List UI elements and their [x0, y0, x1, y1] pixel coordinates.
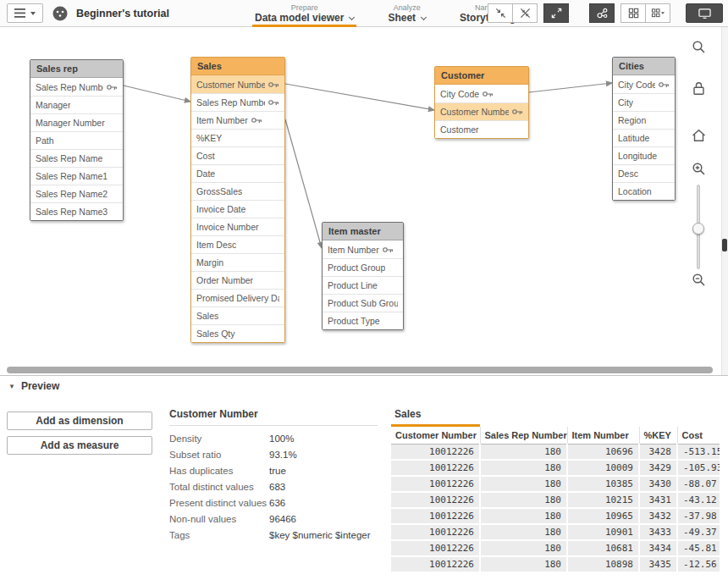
vertical-scrollbar[interactable]: [721, 27, 728, 375]
field-promised-delivery-date[interactable]: Promised Delivery Date: [191, 289, 284, 307]
bubble-layout-button[interactable]: [589, 3, 615, 23]
zoom-out-button[interactable]: [690, 271, 707, 288]
field-region[interactable]: Region: [613, 111, 675, 129]
column-header-customer-number[interactable]: Customer Number: [391, 427, 480, 445]
field-city-code[interactable]: City Code: [435, 85, 528, 102]
toolbar-right: [488, 3, 723, 23]
field-product-group[interactable]: Product Group: [323, 258, 403, 276]
field-customer[interactable]: Customer: [435, 120, 528, 138]
field-customer-number[interactable]: Customer Number: [435, 102, 528, 120]
stat-label: Subset ratio: [169, 447, 269, 463]
field-item-number[interactable]: Item Number: [323, 240, 403, 258]
add-as-dimension-button[interactable]: Add as dimension: [7, 412, 152, 430]
field-latitude[interactable]: Latitude: [613, 129, 675, 146]
layout-menu-button[interactable]: [645, 3, 670, 23]
preview-table-row[interactable]: 10012226180102153431-43.12: [391, 492, 720, 508]
field-city-code[interactable]: City Code: [613, 75, 675, 93]
preview-header[interactable]: ▼ Preview: [0, 376, 728, 396]
preview-table-row[interactable]: 10012226180106963428-513.15: [391, 445, 720, 461]
lock-button[interactable]: [690, 80, 707, 97]
field-label: Product Group: [328, 262, 385, 273]
preview-table-row[interactable]: 10012226180106813434-45.81: [391, 540, 720, 556]
column-header-cost[interactable]: Cost: [677, 427, 720, 445]
preview-table-row[interactable]: 10012226180109653432-37.98: [391, 508, 720, 524]
field-manager-number[interactable]: Manager Number: [30, 113, 123, 131]
field-city[interactable]: City: [613, 93, 675, 111]
zoom-in-button[interactable]: [690, 160, 707, 177]
model-table-cities[interactable]: CitiesCity CodeCityRegionLatitudeLongitu…: [612, 57, 676, 201]
key-icon: [512, 108, 523, 115]
zoom-slider-thumb[interactable]: [692, 223, 704, 235]
model-table-sales-rep[interactable]: Sales repSales Rep NumberManagerManager …: [30, 59, 124, 221]
cell: -105.93: [677, 460, 720, 476]
nav-data-model-viewer[interactable]: PrepareData model viewer: [252, 0, 356, 27]
shrink-view-button[interactable]: [488, 3, 513, 23]
grid-layout-button[interactable]: [620, 3, 646, 23]
field-sales-rep-name1[interactable]: Sales Rep Name1: [30, 167, 123, 185]
model-table-sales[interactable]: SalesCustomer NumberSales Rep NumberItem…: [190, 57, 285, 343]
stat-value: 93.1%: [269, 447, 297, 463]
field-order-number[interactable]: Order Number: [191, 271, 284, 289]
cell: 180: [480, 460, 567, 476]
field-sales-rep-name3[interactable]: Sales Rep Name3: [30, 202, 123, 220]
column-header-sales-rep-number[interactable]: Sales Rep Number: [480, 427, 567, 445]
field-sales-qty[interactable]: Sales Qty: [191, 324, 284, 342]
preview-title: Preview: [21, 380, 59, 392]
hub-icon[interactable]: [52, 5, 69, 22]
field-invoice-date[interactable]: Invoice Date: [191, 200, 284, 218]
field-date[interactable]: Date: [191, 164, 284, 182]
preview-table-row[interactable]: 10012226180103853430-88.07: [391, 476, 720, 492]
field-sales-rep-name[interactable]: Sales Rep Name: [30, 149, 123, 167]
preview-table-row[interactable]: 10012226180109013433-49.37: [391, 524, 720, 540]
search-button[interactable]: [690, 38, 707, 55]
field-product-line[interactable]: Product Line: [323, 276, 403, 294]
field-sales[interactable]: Sales: [191, 307, 284, 324]
global-menu-button[interactable]: [7, 3, 43, 23]
model-canvas[interactable]: Sales repSales Rep NumberManagerManager …: [0, 27, 728, 375]
field-sales-rep-number[interactable]: Sales Rep Number: [191, 93, 284, 111]
field-key[interactable]: %KEY: [191, 129, 284, 146]
field-margin[interactable]: Margin: [191, 253, 284, 271]
collapse-all-button[interactable]: [512, 3, 538, 23]
fullscreen-button[interactable]: [686, 3, 723, 23]
field-location[interactable]: Location: [613, 182, 675, 200]
field-desc[interactable]: Desc: [613, 164, 675, 182]
data-model-viewer-app: Beginner's tutorial PrepareData model vi…: [0, 0, 728, 580]
key-icon: [268, 99, 279, 106]
field-sales-rep-name2[interactable]: Sales Rep Name2: [30, 185, 123, 202]
field-sales-rep-number[interactable]: Sales Rep Number: [30, 78, 123, 96]
field-grosssales[interactable]: GrossSales: [191, 182, 284, 200]
table-title[interactable]: Sales: [191, 58, 284, 75]
horizontal-scrollbar-thumb[interactable]: [7, 367, 713, 373]
field-cost[interactable]: Cost: [191, 146, 284, 164]
field-item-number[interactable]: Item Number: [191, 111, 284, 129]
zoom-slider[interactable]: [692, 185, 704, 269]
model-table-item-master[interactable]: Item masterItem NumberProduct GroupProdu…: [322, 222, 404, 330]
add-as-measure-button[interactable]: Add as measure: [7, 436, 152, 455]
table-title[interactable]: Customer: [435, 67, 528, 85]
vertical-scrollbar-thumb[interactable]: [722, 239, 727, 251]
field-label: City Code: [618, 80, 655, 90]
field-product-sub-group[interactable]: Product Sub Group: [323, 294, 403, 312]
table-title[interactable]: Item master: [323, 223, 403, 240]
column-header-item-number[interactable]: Item Number: [567, 427, 639, 445]
nav-sheet[interactable]: AnalyzeSheet: [385, 0, 428, 27]
field-label: Invoice Date: [196, 204, 245, 214]
field-path[interactable]: Path: [30, 131, 123, 149]
field-item-desc[interactable]: Item Desc: [191, 235, 284, 253]
cell: 10012226: [391, 524, 480, 540]
field-invoice-number[interactable]: Invoice Number: [191, 218, 284, 235]
field-product-type[interactable]: Product Type: [323, 312, 403, 329]
table-title[interactable]: Sales rep: [30, 60, 123, 78]
column-header-key[interactable]: %KEY: [639, 427, 677, 445]
preview-table-row[interactable]: 10012226180100093429-105.93: [391, 460, 720, 476]
field-manager[interactable]: Manager: [30, 96, 123, 113]
field-customer-number[interactable]: Customer Number: [191, 75, 284, 93]
preview-table-row[interactable]: 10012226180108983435-12.56: [391, 556, 720, 572]
table-title[interactable]: Cities: [613, 58, 675, 75]
field-longitude[interactable]: Longitude: [613, 146, 675, 164]
home-button[interactable]: [690, 127, 707, 144]
expand-all-button[interactable]: [543, 3, 569, 23]
model-table-customer[interactable]: CustomerCity CodeCustomer NumberCustomer: [434, 66, 529, 139]
main-nav: PrepareData model viewerAnalyzeSheetNarr…: [252, 0, 518, 27]
